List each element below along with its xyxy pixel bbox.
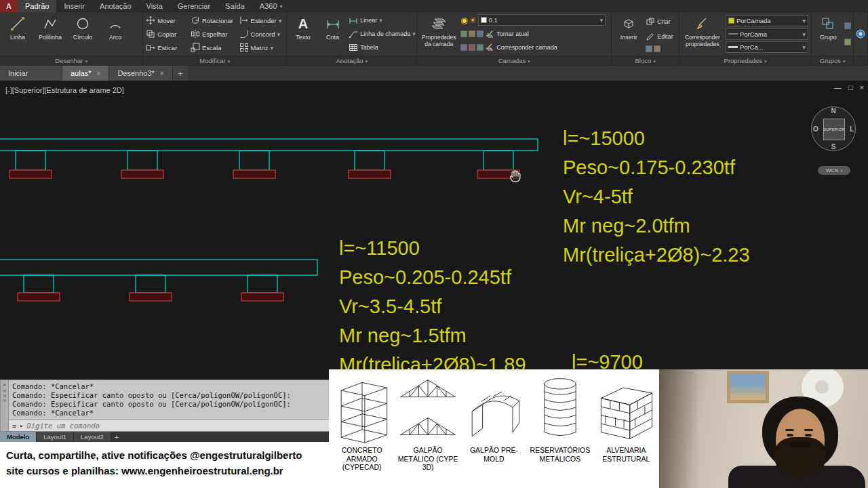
wcs-control[interactable]: WCS ▾: [818, 166, 850, 175]
layer-select[interactable]: 0.1 ▾: [478, 14, 606, 26]
arco-button[interactable]: Arco: [99, 13, 132, 55]
rotacionar-button[interactable]: Rotacionar: [191, 14, 237, 26]
chevron-down-icon[interactable]: ▾: [277, 30, 281, 38]
corresponder-camada-button[interactable]: Corresponder camada: [485, 41, 606, 54]
editar-bloco-button[interactable]: Editar: [646, 30, 675, 43]
panel-label-text: Grupos: [820, 57, 841, 64]
propriedades-camada-button[interactable]: Propriedades da camada: [418, 13, 459, 55]
mover-label: Mover: [157, 17, 175, 24]
layer-tool-icon[interactable]: [477, 30, 484, 37]
polilinha-button[interactable]: Polilinha: [34, 13, 66, 55]
chevron-down-icon[interactable]: ▾: [802, 17, 806, 24]
chevron-down-icon[interactable]: ▾: [280, 3, 283, 9]
compass-east-label[interactable]: L: [850, 125, 854, 133]
panel-label-modificar[interactable]: Modificar▾: [143, 56, 286, 66]
ribbon-tab-inserir[interactable]: Inserir: [56, 0, 92, 12]
linha-chamada-button[interactable]: Linha de chamada▾: [349, 28, 414, 40]
estender-button[interactable]: Estender▾: [239, 14, 284, 26]
grupo-button[interactable]: Grupo: [813, 13, 843, 55]
criar-bloco-button[interactable]: Criar: [646, 16, 675, 28]
layer-tool-icon[interactable]: [460, 30, 467, 37]
layer-tool-icon[interactable]: [477, 44, 484, 51]
compass-north-label[interactable]: N: [831, 107, 835, 115]
concord-button[interactable]: Concord▾: [239, 28, 284, 40]
chevron-down-icon[interactable]: ▾: [279, 17, 282, 24]
file-tab-desenho3[interactable]: Desenho3*×: [109, 66, 172, 81]
layer-tool-icon[interactable]: [469, 30, 475, 37]
block-tool-icon[interactable]: [646, 45, 652, 52]
panel-label-camadas[interactable]: Camadas▾: [417, 56, 611, 66]
color-select[interactable]: PorCamada ▾: [726, 15, 808, 26]
compass-west-label[interactable]: O: [813, 125, 818, 133]
lineweight-select[interactable]: PorCa... ▾: [726, 41, 808, 53]
esticar-button[interactable]: Esticar: [146, 41, 188, 54]
ribbon-extra-icon[interactable]: [855, 28, 866, 39]
navigation-compass[interactable]: N S L O SUPERIOR: [811, 106, 856, 151]
new-drawing-tab-button[interactable]: +: [173, 66, 188, 81]
tab-layout1[interactable]: Layout1: [37, 432, 74, 442]
service-caption: CONCRETO ARMADO (CYPECAD): [329, 446, 395, 472]
chevron-down-icon: ▾: [528, 59, 530, 64]
layer-on-bulb-icon[interactable]: ◉: [460, 16, 467, 24]
mover-button[interactable]: Mover: [146, 14, 188, 26]
chevron-down-icon[interactable]: ▾: [379, 17, 382, 24]
new-layout-button[interactable]: +: [111, 432, 122, 442]
panel-label-text: Desenhar: [55, 57, 83, 64]
group-tool-icon[interactable]: [844, 39, 851, 45]
panel-label-bloco[interactable]: Bloco▾: [612, 56, 679, 66]
copiar-button[interactable]: Copiar: [146, 28, 188, 40]
chevron-down-icon[interactable]: ▾: [599, 16, 603, 24]
panel-label-desenhar[interactable]: Desenhar▾: [0, 56, 142, 66]
customize-icon[interactable]: ≡: [12, 422, 16, 430]
inserir-button[interactable]: Inserir: [613, 13, 644, 55]
layer-tool-icon[interactable]: [460, 44, 467, 51]
linear-button[interactable]: Linear▾: [349, 14, 414, 26]
presenter-eyebrow: [804, 429, 813, 431]
viewcube[interactable]: SUPERIOR: [823, 119, 845, 140]
close-icon[interactable]: ×: [3, 382, 6, 388]
ribbon-tab-vista[interactable]: Vista: [139, 0, 170, 12]
tab-modelo[interactable]: Modelo: [0, 432, 37, 442]
command-input[interactable]: ≡ ▸ Digite um comando: [9, 420, 330, 431]
app-logo-icon[interactable]: A: [0, 0, 18, 12]
panel-label-grupos[interactable]: Grupos▾: [812, 56, 853, 66]
tab-layout2[interactable]: Layout2: [74, 432, 111, 442]
ribbon-tab-padrao[interactable]: Padrão: [18, 0, 56, 12]
chevron-down-icon[interactable]: ▾: [412, 30, 416, 37]
tornar-atual-button[interactable]: Tornar atual: [485, 28, 606, 40]
corresponder-propriedades-button[interactable]: Corresponder propriedades: [681, 13, 724, 55]
chevron-down-icon[interactable]: ▾: [802, 30, 806, 38]
block-tool-icon[interactable]: [654, 45, 660, 52]
chevron-down-icon[interactable]: ▾: [270, 44, 273, 52]
file-tab-label: Desenho3*: [117, 69, 154, 77]
ribbon-tab-gerenciar[interactable]: Gerenciar: [170, 0, 218, 12]
layer-freeze-sun-icon[interactable]: ☀: [469, 16, 477, 24]
ribbon-tab-a360[interactable]: A360▾: [252, 0, 290, 12]
escala-label: Escala: [202, 44, 222, 52]
escala-button[interactable]: Escala: [191, 41, 237, 54]
matriz-button[interactable]: Matriz▾: [239, 41, 284, 54]
service-caption: GALPÃO METÁLICO (CYPE 3D): [395, 446, 460, 472]
annotation-line: Peso~0.175-0.230tf: [563, 153, 750, 182]
layer-tool-icon[interactable]: [469, 44, 475, 51]
panel-label-propriedades[interactable]: Propriedades▾: [679, 56, 811, 66]
file-tab-aulas[interactable]: aulas*×: [62, 66, 109, 81]
linetype-select[interactable]: PorCama ▾: [726, 28, 808, 40]
chevron-down-icon[interactable]: ▾: [802, 43, 806, 51]
espelhar-button[interactable]: Espelhar: [191, 28, 237, 40]
linha-button[interactable]: Linha: [1, 13, 34, 55]
group-tool-icon[interactable]: [844, 22, 851, 29]
compass-south-label[interactable]: S: [831, 143, 836, 150]
close-icon[interactable]: ×: [160, 70, 164, 77]
ribbon-tab-anotacao[interactable]: Anotação: [92, 0, 138, 12]
tabela-button[interactable]: Tabela: [349, 41, 414, 54]
texto-button[interactable]: A Texto: [288, 13, 318, 55]
ribbon-tab-saida[interactable]: Saída: [218, 0, 252, 12]
file-tab-iniciar[interactable]: Iniciar: [0, 66, 62, 81]
cota-button[interactable]: Cota: [318, 13, 348, 55]
panel-label-text: Propriedades: [724, 57, 763, 64]
circulo-button[interactable]: Círculo: [66, 13, 99, 55]
close-icon[interactable]: ×: [97, 70, 101, 77]
panel-label-anotacao[interactable]: Anotação▾: [287, 56, 416, 66]
command-panel-grip[interactable]: ×: [1, 380, 9, 431]
